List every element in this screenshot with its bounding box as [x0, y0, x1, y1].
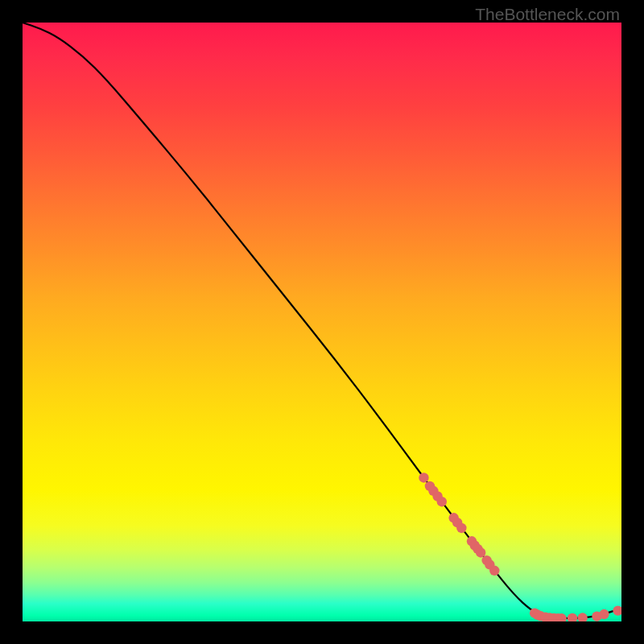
plot-area [23, 23, 621, 621]
scatter-dot [577, 613, 587, 621]
chart-overlay [23, 23, 621, 621]
scatter-dot [437, 497, 447, 506]
chart-frame: TheBottleneck.com [0, 0, 644, 644]
scatter-dot [599, 609, 609, 619]
bottleneck-curve [23, 23, 621, 618]
scatter-dot [456, 523, 466, 533]
scatter-dot [568, 613, 577, 621]
scatter-dot [489, 566, 499, 576]
scatter-dot [419, 473, 428, 482]
watermark-text: TheBottleneck.com [475, 5, 620, 24]
scatter-dot [613, 605, 621, 615]
